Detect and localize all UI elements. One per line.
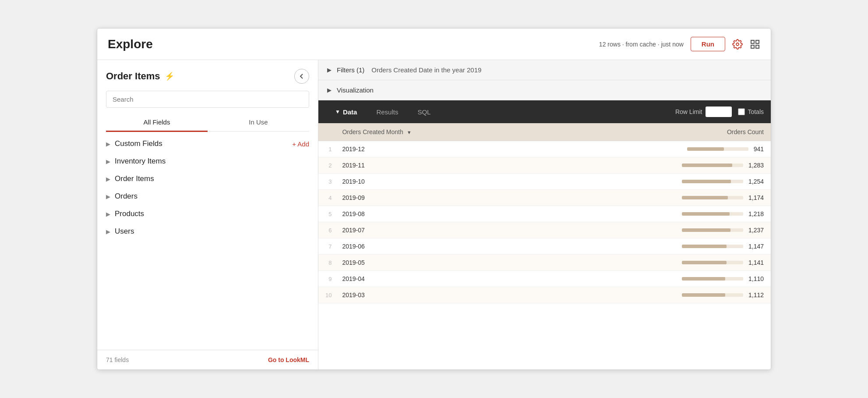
cell-count: 1,254 (538, 174, 771, 190)
progress-bar-fill (682, 293, 725, 297)
chevron-right-icon: ▶ (106, 158, 110, 165)
tab-sql-label: SQL (417, 108, 430, 116)
grid-icon (750, 39, 760, 50)
data-table-wrapper: Orders Created Month ▼ Orders Count 1 20… (318, 123, 771, 370)
tab-sql[interactable]: SQL (408, 100, 440, 123)
progress-bar-fill (687, 147, 724, 151)
data-table: Orders Created Month ▼ Orders Count 1 20… (318, 123, 771, 303)
cell-count: 1,218 (538, 206, 771, 222)
table-row: 2 2019-11 1,283 (318, 157, 771, 174)
fields-count: 71 fields (106, 356, 129, 363)
tab-all-fields[interactable]: All Fields (106, 115, 208, 131)
field-group-inventory-items[interactable]: ▶ Inventory Items (97, 153, 318, 170)
tab-in-use[interactable]: In Use (208, 115, 309, 131)
top-bar-right: 12 rows · from cache · just now Run (599, 37, 760, 51)
field-group-label: Orders (115, 192, 309, 201)
svg-rect-2 (756, 40, 759, 43)
app-frame: Explore 12 rows · from cache · just now … (97, 28, 771, 370)
progress-bar-fill (682, 228, 730, 232)
count-value: 1,218 (748, 210, 764, 217)
grid-icon-button[interactable] (750, 39, 760, 50)
field-group-users[interactable]: ▶ Users (97, 223, 318, 240)
field-group-order-items[interactable]: ▶ Order Items (97, 170, 318, 188)
progress-bar-bg (682, 163, 743, 167)
tab-data[interactable]: ▼ Data (325, 100, 367, 123)
col-header-month[interactable]: Orders Created Month ▼ (335, 123, 537, 141)
progress-bar-fill (682, 277, 725, 281)
visualization-row[interactable]: ▶ Visualization (318, 80, 771, 100)
lightning-icon: ⚡ (165, 71, 174, 81)
count-value: 941 (754, 146, 764, 153)
field-group-products[interactable]: ▶ Products (97, 205, 318, 223)
row-limit-input[interactable] (706, 107, 732, 117)
cell-month: 2019-12 (335, 141, 537, 157)
cell-month: 2019-09 (335, 190, 537, 206)
progress-bar-bg (682, 212, 743, 216)
field-group-label: Order Items (115, 174, 309, 183)
progress-bar-fill (682, 245, 727, 248)
cell-count: 1,174 (538, 190, 771, 206)
filters-row[interactable]: ▶ Filters (1) Orders Created Date in the… (318, 60, 771, 80)
totals-checkbox[interactable] (738, 108, 745, 115)
gear-icon-button[interactable] (732, 39, 743, 50)
table-row: 8 2019-05 1,141 (318, 255, 771, 271)
filter-description: Orders Created Date in the year 2019 (371, 66, 481, 74)
cell-month: 2019-10 (335, 174, 537, 190)
count-value: 1,283 (748, 162, 764, 169)
count-value: 1,174 (748, 194, 764, 201)
sidebar-footer: 71 fields Go to LookML (97, 350, 318, 370)
count-value: 1,110 (748, 275, 764, 282)
cell-count: 1,110 (538, 271, 771, 287)
row-number: 6 (318, 222, 335, 238)
svg-rect-4 (756, 45, 759, 48)
row-num-header (318, 123, 335, 141)
cell-count: 1,147 (538, 238, 771, 255)
field-group-label: Custom Fields (115, 139, 292, 148)
run-button[interactable]: Run (691, 37, 725, 51)
table-row: 7 2019-06 1,147 (318, 238, 771, 255)
progress-bar-fill (682, 180, 731, 183)
row-number: 2 (318, 157, 335, 174)
collapse-sidebar-button[interactable] (294, 69, 309, 84)
progress-bar-bg (682, 293, 743, 297)
row-number: 4 (318, 190, 335, 206)
field-group-custom-fields[interactable]: ▶ Custom Fields + Add (97, 135, 318, 153)
field-group-label: Products (115, 210, 309, 218)
main-content: Order Items ⚡ All Fields In Use ▶ (97, 60, 771, 370)
sidebar-title-row: Order Items ⚡ (106, 71, 174, 82)
chevron-right-icon: ▶ (106, 176, 110, 182)
cell-month: 2019-11 (335, 157, 537, 174)
table-row: 3 2019-10 1,254 (318, 174, 771, 190)
progress-bar-bg (682, 180, 743, 183)
progress-bar-fill (682, 212, 730, 216)
cell-month: 2019-03 (335, 287, 537, 303)
row-number: 3 (318, 174, 335, 190)
progress-bar-bg (682, 196, 743, 199)
cell-month: 2019-05 (335, 255, 537, 271)
data-tab-arrow: ▼ (335, 109, 340, 115)
sidebar: Order Items ⚡ All Fields In Use ▶ (97, 60, 318, 370)
add-custom-field-link[interactable]: + Add (292, 140, 309, 148)
progress-bar-bg (682, 261, 743, 264)
progress-bar-bg (682, 228, 743, 232)
row-number: 9 (318, 271, 335, 287)
count-value: 1,141 (748, 259, 764, 266)
right-panel: ▶ Filters (1) Orders Created Date in the… (318, 60, 771, 370)
cell-count: 1,283 (538, 157, 771, 174)
row-number: 7 (318, 238, 335, 255)
cell-count: 1,237 (538, 222, 771, 238)
count-value: 1,112 (748, 291, 764, 298)
search-input[interactable] (106, 91, 309, 108)
cell-count: 941 (538, 141, 771, 157)
visualization-label: Visualization (337, 86, 374, 94)
sort-arrow-icon: ▼ (407, 130, 412, 135)
tab-results[interactable]: Results (367, 100, 408, 123)
query-tabs-bar: ▼ Data Results SQL Row Limit Totals (318, 100, 771, 123)
col-header-count[interactable]: Orders Count (538, 123, 771, 141)
sidebar-title: Order Items (106, 71, 160, 82)
field-group-orders[interactable]: ▶ Orders (97, 188, 318, 205)
progress-bar-fill (682, 261, 727, 264)
go-to-lookml-link[interactable]: Go to LookML (268, 356, 309, 363)
row-number: 10 (318, 287, 335, 303)
count-value: 1,147 (748, 243, 764, 250)
